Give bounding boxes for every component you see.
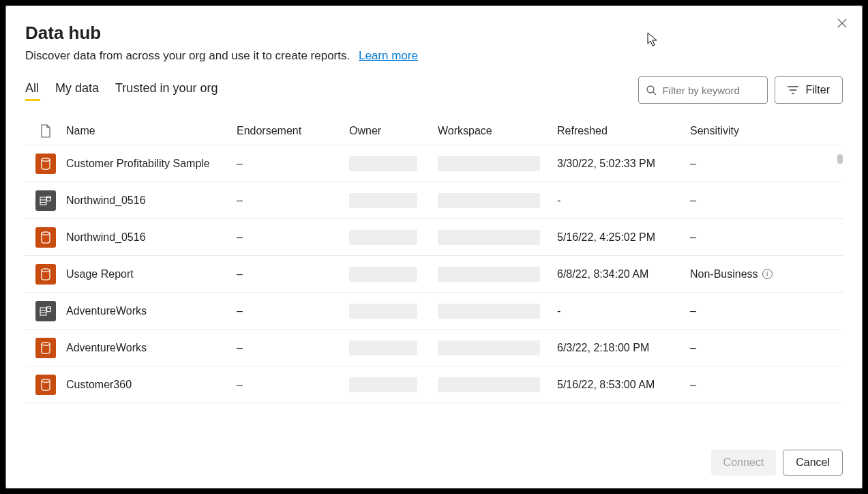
row-icon-cell: [25, 227, 66, 248]
row-owner: [349, 230, 438, 245]
svg-point-17: [42, 379, 50, 381]
dataset-icon: [35, 338, 56, 358]
table-body: Customer Profitability Sample–3/30/22, 5…: [25, 145, 843, 403]
row-owner: [349, 377, 438, 392]
filter-icon: [788, 86, 798, 94]
row-sensitivity: –: [690, 194, 813, 207]
close-button[interactable]: [835, 16, 850, 31]
tab-trusted[interactable]: Trusted in your org: [115, 81, 218, 100]
svg-point-10: [42, 231, 50, 234]
row-icon-cell: [25, 264, 66, 285]
row-endorsement: –: [237, 305, 349, 317]
dataset-icon: [35, 375, 56, 395]
row-owner: [349, 304, 438, 319]
row-workspace: [438, 304, 557, 319]
column-sensitivity[interactable]: Sensitivity: [690, 125, 813, 137]
column-endorsement[interactable]: Endorsement: [237, 125, 349, 137]
table-row[interactable]: Customer360–5/16/22, 8:53:00 AM–: [25, 366, 843, 403]
row-refreshed: 5/16/22, 4:25:02 PM: [557, 231, 690, 244]
row-name: Northwind_0516: [66, 231, 237, 244]
row-endorsement: –: [237, 158, 349, 170]
row-refreshed: 3/30/22, 5:02:33 PM: [557, 158, 690, 170]
redacted-workspace: [438, 230, 540, 245]
table-row[interactable]: Northwind_0516–-–: [25, 182, 843, 219]
table-header: Name Endorsement Owner Workspace Refresh…: [25, 117, 843, 145]
row-icon-cell: [25, 375, 66, 395]
row-refreshed: 5/16/22, 8:53:00 AM: [557, 379, 690, 391]
info-icon[interactable]: i: [762, 269, 773, 279]
dialog-footer: Connect Cancel: [25, 439, 843, 476]
row-refreshed: 6/3/22, 2:18:00 PM: [557, 342, 690, 354]
column-refreshed[interactable]: Refreshed: [557, 125, 690, 137]
redacted-owner: [349, 340, 417, 355]
row-workspace: [438, 230, 557, 245]
svg-point-0: [647, 86, 654, 93]
column-workspace[interactable]: Workspace: [438, 125, 557, 137]
row-sensitivity: –: [690, 305, 813, 317]
column-name[interactable]: Name: [66, 125, 237, 137]
learn-more-link[interactable]: Learn more: [359, 49, 418, 62]
row-endorsement: –: [237, 268, 349, 280]
table-row[interactable]: Northwind_0516–5/16/22, 4:25:02 PM–: [25, 219, 843, 256]
row-endorsement: –: [237, 342, 349, 354]
table-row[interactable]: Customer Profitability Sample–3/30/22, 5…: [25, 145, 843, 182]
row-refreshed: -: [557, 305, 690, 317]
tabs: All My data Trusted in your org: [25, 81, 218, 100]
scrollbar-thumb[interactable]: [837, 154, 843, 164]
row-endorsement: –: [237, 379, 349, 391]
row-owner: [349, 267, 438, 282]
svg-point-11: [42, 268, 50, 271]
search-input[interactable]: [662, 85, 760, 96]
search-box[interactable]: [638, 76, 768, 104]
column-type-icon: [25, 124, 66, 138]
svg-point-15: [47, 306, 51, 308]
datamart-icon: [35, 301, 56, 321]
row-workspace: [438, 340, 557, 355]
redacted-owner: [349, 377, 417, 392]
tab-my-data[interactable]: My data: [55, 81, 99, 100]
filter-label: Filter: [805, 84, 830, 96]
dialog-subtitle: Discover data from across your org and u…: [25, 49, 843, 63]
row-name: Northwind_0516: [66, 194, 237, 207]
redacted-workspace: [438, 267, 540, 282]
tab-all[interactable]: All: [25, 81, 39, 100]
redacted-owner: [349, 267, 417, 282]
table-row[interactable]: AdventureWorks–-–: [25, 293, 843, 330]
table: Name Endorsement Owner Workspace Refresh…: [25, 117, 843, 439]
datamart-icon: [35, 190, 56, 211]
row-icon-cell: [25, 338, 66, 358]
row-sensitivity: –: [690, 158, 813, 170]
row-icon-cell: [25, 301, 66, 321]
svg-rect-12: [40, 308, 46, 315]
column-owner[interactable]: Owner: [349, 125, 438, 137]
row-name: Customer360: [66, 379, 237, 391]
row-sensitivity: –: [690, 342, 813, 354]
row-workspace: [438, 156, 557, 171]
redacted-workspace: [438, 193, 540, 208]
row-owner: [349, 193, 438, 208]
connect-button: Connect: [711, 450, 777, 476]
dialog-title: Data hub: [25, 23, 843, 44]
toolbar-controls: Filter: [638, 76, 843, 104]
dataset-icon: [35, 264, 56, 285]
row-owner: [349, 156, 438, 171]
toolbar: All My data Trusted in your org Filter: [25, 76, 843, 104]
data-hub-dialog: Data hub Discover data from across your …: [5, 5, 863, 489]
cancel-button[interactable]: Cancel: [783, 450, 843, 476]
redacted-workspace: [438, 377, 540, 392]
svg-point-16: [42, 342, 50, 345]
row-name: Usage Report: [66, 268, 237, 280]
svg-line-1: [653, 92, 656, 95]
redacted-workspace: [438, 340, 540, 355]
row-workspace: [438, 377, 557, 392]
filter-button[interactable]: Filter: [775, 76, 843, 104]
row-endorsement: –: [237, 194, 349, 207]
table-row[interactable]: AdventureWorks–6/3/22, 2:18:00 PM–: [25, 330, 843, 366]
svg-point-9: [47, 196, 51, 198]
search-icon: [646, 85, 657, 96]
row-refreshed: 6/8/22, 8:34:20 AM: [557, 268, 690, 280]
row-name: Customer Profitability Sample: [66, 158, 237, 170]
redacted-owner: [349, 304, 417, 319]
redacted-owner: [349, 193, 417, 208]
table-row[interactable]: Usage Report–6/8/22, 8:34:20 AMNon-Busin…: [25, 256, 843, 293]
